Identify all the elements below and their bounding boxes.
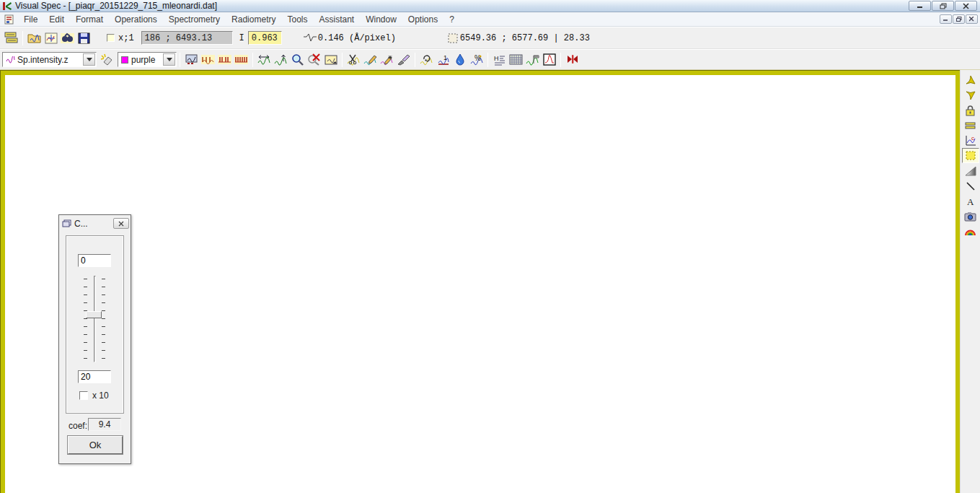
menu-edit[interactable]: Edit [43,13,70,26]
erase-marks-button[interactable] [99,51,115,68]
profile-style-3-button[interactable] [233,51,250,68]
zoom-in-button[interactable] [289,51,306,68]
pixel-mode-checkbox[interactable] [107,34,115,42]
menu-file[interactable]: File [18,13,43,26]
gaussian-fit-icon [543,53,556,66]
toolbar-separator [342,53,343,67]
upper-value-field[interactable] [78,254,111,267]
coef-label: coef: [69,421,87,431]
compute-c-button[interactable]: c [962,133,979,148]
coef-slider-track[interactable] [94,276,96,362]
close-icon [963,3,969,9]
session-layers-button[interactable] [3,30,19,46]
x10-checkbox[interactable] [79,391,88,400]
water-drop-button[interactable] [451,51,468,68]
menu-radiometry[interactable]: Radiometry [226,13,281,26]
minimize-button[interactable] [909,1,931,11]
open-profile-button[interactable] [26,30,43,46]
lock-button[interactable] [962,102,979,118]
element-lines-button[interactable]: H [491,51,508,68]
restore-icon [940,3,947,9]
close-button[interactable] [955,1,977,11]
water-drop-icon [455,53,465,66]
save-button[interactable] [76,30,92,46]
edit-points-button[interactable] [379,51,395,68]
profile-style-2-icon [218,54,231,65]
camera-button[interactable] [962,209,979,224]
minimize-icon [917,4,923,9]
ok-button[interactable]: Ok [68,436,123,454]
intensity-label: I [239,33,244,43]
position-readout: 186 ; 6493.13 [141,31,233,45]
mdi-close-button[interactable] [966,14,978,24]
menu-format[interactable]: Format [70,13,109,26]
profile-style-2-button[interactable] [216,51,233,68]
rainbow-button[interactable] [962,224,979,239]
undo-curve-button[interactable] [418,51,435,68]
coef-slider-thumb[interactable] [86,311,102,318]
equal-button[interactable] [962,118,979,133]
calibrate-ruler-button[interactable] [524,51,541,68]
cut-spectrum-button[interactable] [345,51,362,68]
close-icon [969,17,974,22]
profile-style-1-button[interactable] [200,51,216,68]
lower-value-field[interactable] [78,370,111,383]
grab-graph-button[interactable] [322,51,339,68]
periodic-table-icon [509,54,523,65]
color-swatch [121,56,128,64]
x10-checkbox-label: x 10 [92,391,109,401]
mdi-restore-button[interactable] [953,14,965,24]
profile-style-3-icon [234,54,248,65]
shift-horizontal-button[interactable] [256,51,273,68]
color-selector-arrow[interactable] [163,53,175,66]
line-tool-button[interactable] [962,178,979,193]
select-region-button[interactable] [962,148,979,163]
normalize-button[interactable]: 1 [435,51,451,68]
display-mode-button[interactable] [183,51,200,68]
app-icon [2,1,12,11]
series-selector-value: Sp.intensity.z [17,55,82,65]
shift-vertical-button[interactable] [273,51,289,68]
menu-spectrometry[interactable]: Spectrometry [163,13,226,26]
menu-tools[interactable]: Tools [281,13,313,26]
edit-pencil-button[interactable] [362,51,379,68]
menu-options[interactable]: Options [402,13,443,26]
text-tool-button[interactable]: A [962,193,979,209]
spectrum-canvas[interactable] [5,75,955,493]
periodic-table-button[interactable] [508,51,524,68]
phase-red-button[interactable] [564,51,581,68]
series-selector-arrow[interactable] [83,53,95,66]
pixel-mode-label: x;1 [118,33,134,43]
clean-brush-button[interactable] [395,51,412,68]
series-selector[interactable]: Sp.intensity.z [2,52,97,67]
dialog-close-button[interactable] [113,218,129,229]
gradient-button[interactable] [962,163,979,178]
menu-help[interactable]: ? [443,13,460,26]
coef-dialog-titlebar[interactable]: C... [59,215,131,230]
line-tool-icon [966,181,976,191]
menu-window[interactable]: Window [360,13,402,26]
gaussian-fit-button[interactable] [541,51,557,68]
lock-icon [965,105,976,116]
percent-scale-button[interactable]: % [468,51,485,68]
menu-assistant[interactable]: Assistant [313,13,360,26]
selection-readout: 6549.36 ; 6577.69 | 28.33 [460,33,590,43]
menu-operations[interactable]: Operations [109,13,163,26]
series-squiggle-icon [6,56,15,64]
restore-icon [956,17,962,22]
color-selector[interactable]: purple [118,52,177,67]
select-region-icon [965,150,976,161]
mdi-minimize-button[interactable] [940,14,952,24]
spin-down-button[interactable] [962,87,979,102]
svg-text:c: c [971,135,974,141]
zoom-off-button[interactable] [306,51,322,68]
spin-up-button[interactable] [962,72,979,87]
dispersion-readout: 0.146 (Å/pixel) [318,33,396,43]
search-binoculars-button[interactable] [59,30,76,46]
clean-brush-icon [397,54,410,66]
new-graph-button[interactable] [43,30,59,46]
status-toolbar: x;1 186 ; 6493.13 I 0.963 0.146 (Å/pixel… [0,27,980,49]
spin-down-icon [965,90,976,101]
mdi-window-buttons [940,14,978,24]
restore-button[interactable] [932,1,954,11]
